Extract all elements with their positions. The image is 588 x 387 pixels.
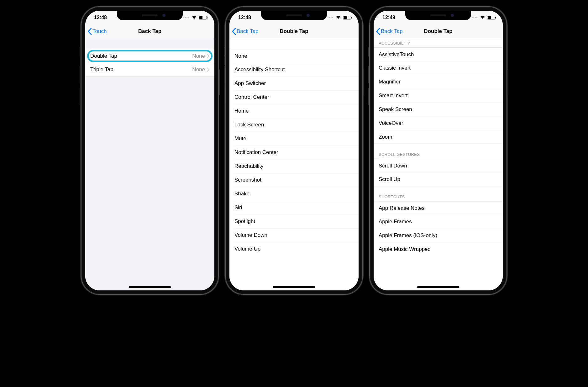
row-label: Double Tap <box>90 53 117 59</box>
silence-switch <box>80 47 81 56</box>
list-item[interactable]: Apple Music Wrapped <box>374 242 503 256</box>
list-item[interactable]: App Switcher <box>229 77 359 90</box>
row-label: Zoom <box>379 134 392 140</box>
content-area: None Accessibility Shortcut App Switcher… <box>229 38 359 290</box>
list-item[interactable]: Smart Invert <box>374 89 503 103</box>
home-indicator[interactable] <box>417 286 459 288</box>
volume-up-hw-button <box>80 66 81 83</box>
list-item[interactable]: Spotlight <box>229 215 359 228</box>
battery-icon <box>487 16 495 19</box>
row-label: Scroll Down <box>379 163 407 169</box>
list-item[interactable]: None <box>229 49 359 63</box>
list-item[interactable]: Speak Screen <box>374 103 503 116</box>
list-item[interactable]: Volume Up <box>229 242 359 256</box>
row-label: Home <box>234 108 249 114</box>
row-label: Spotlight <box>234 218 255 225</box>
row-label: None <box>234 53 247 59</box>
row-label: Speak Screen <box>379 106 412 113</box>
back-label: Touch <box>92 28 107 34</box>
wifi-icon <box>192 16 197 19</box>
section-header: Shortcuts <box>374 192 503 201</box>
list-item[interactable]: Apple Frames (iOS-only) <box>374 229 503 242</box>
list-item[interactable]: Siri <box>229 201 359 215</box>
list-item[interactable]: Notification Center <box>229 146 359 159</box>
list-item[interactable]: Zoom <box>374 130 503 144</box>
row-label: Siri <box>234 204 242 211</box>
row-label: Scroll Up <box>379 176 400 183</box>
row-label: Classic Invert <box>379 65 411 71</box>
list-item[interactable]: App Release Notes <box>374 201 503 215</box>
row-label: Apple Frames <box>379 219 412 225</box>
list-item[interactable]: Home <box>229 104 359 118</box>
list-item[interactable]: Shake <box>229 187 359 201</box>
screen: 12:49 Back Tap Double Tap Accessibility <box>374 11 503 290</box>
section-scroll-gestures: Scroll Gestures Scroll Down Scroll Up <box>374 150 503 186</box>
notch <box>405 11 471 20</box>
nav-bar: Touch Back Tap <box>85 24 214 38</box>
row-label: Smart Invert <box>379 93 408 99</box>
home-indicator[interactable] <box>129 286 171 288</box>
nav-bar: Back Tap Double Tap <box>229 24 359 38</box>
row-double-tap[interactable]: Double Tap None <box>85 49 214 63</box>
list-item[interactable]: Lock Screen <box>229 118 359 132</box>
list-item[interactable]: Mute <box>229 132 359 146</box>
battery-icon <box>199 16 207 19</box>
chevron-left-icon <box>232 28 236 35</box>
back-button[interactable]: Touch <box>88 28 107 35</box>
row-label: Notification Center <box>234 149 278 156</box>
screen: 12:48 Touch Back Tap Double Tap <box>85 11 214 290</box>
row-triple-tap[interactable]: Triple Tap None <box>85 63 214 77</box>
home-indicator[interactable] <box>273 286 315 288</box>
status-icons <box>183 16 207 19</box>
silence-switch <box>224 47 225 56</box>
volume-down-hw-button <box>80 88 81 105</box>
status-icons <box>328 16 351 19</box>
back-button[interactable]: Back Tap <box>232 28 259 35</box>
nav-title: Double Tap <box>424 28 452 34</box>
status-time: 12:49 <box>382 15 395 20</box>
row-label: AssistiveTouch <box>379 51 414 58</box>
volume-down-hw-button <box>368 88 369 105</box>
cellular-icon <box>183 17 189 18</box>
back-button[interactable]: Back Tap <box>376 28 403 35</box>
list-item[interactable]: Scroll Up <box>374 172 503 186</box>
volume-down-hw-button <box>224 88 225 105</box>
row-label: App Switcher <box>234 80 266 87</box>
side-hw-button <box>507 69 508 96</box>
silence-switch <box>368 47 369 56</box>
content-area: Accessibility AssistiveTouch Classic Inv… <box>374 38 503 290</box>
row-label: Control Center <box>234 94 269 100</box>
section-shortcuts: Shortcuts App Release Notes Apple Frames… <box>374 192 503 256</box>
section-header: Scroll Gestures <box>374 150 503 159</box>
chevron-right-icon <box>207 54 209 58</box>
list-item[interactable]: AssistiveTouch <box>374 47 503 61</box>
cellular-icon <box>328 17 333 18</box>
list-item[interactable]: Reachability <box>229 159 359 173</box>
list-item[interactable]: Classic Invert <box>374 61 503 75</box>
chevron-left-icon <box>88 28 92 35</box>
list-item[interactable]: Apple Frames <box>374 215 503 229</box>
row-label: Triple Tap <box>90 66 113 73</box>
status-time: 12:48 <box>238 15 251 20</box>
row-label: Lock Screen <box>234 122 264 128</box>
battery-icon <box>343 16 351 19</box>
screen: 12:48 Back Tap Double Tap None Accessib <box>229 11 359 290</box>
list-item[interactable]: Control Center <box>229 90 359 104</box>
side-hw-button <box>363 69 364 96</box>
row-label: Accessibility Shortcut <box>234 66 285 73</box>
list-item[interactable]: Scroll Down <box>374 159 503 172</box>
list-item[interactable]: Accessibility Shortcut <box>229 63 359 77</box>
device-frame-3: 12:49 Back Tap Double Tap Accessibility <box>369 6 507 295</box>
row-value: None <box>192 53 209 59</box>
row-label: Screenshot <box>234 177 261 183</box>
list-item[interactable]: VoiceOver <box>374 116 503 130</box>
list-item[interactable]: Screenshot <box>229 173 359 187</box>
status-time: 12:48 <box>94 15 107 20</box>
nav-title: Double Tap <box>280 28 308 34</box>
option-group: None Accessibility Shortcut App Switcher… <box>229 49 359 256</box>
row-label: VoiceOver <box>379 120 403 126</box>
list-item[interactable]: Magnifier <box>374 75 503 89</box>
list-item[interactable]: Volume Down <box>229 228 359 242</box>
cellular-icon <box>472 17 477 18</box>
settings-group: Double Tap None Triple Tap None <box>85 49 214 77</box>
